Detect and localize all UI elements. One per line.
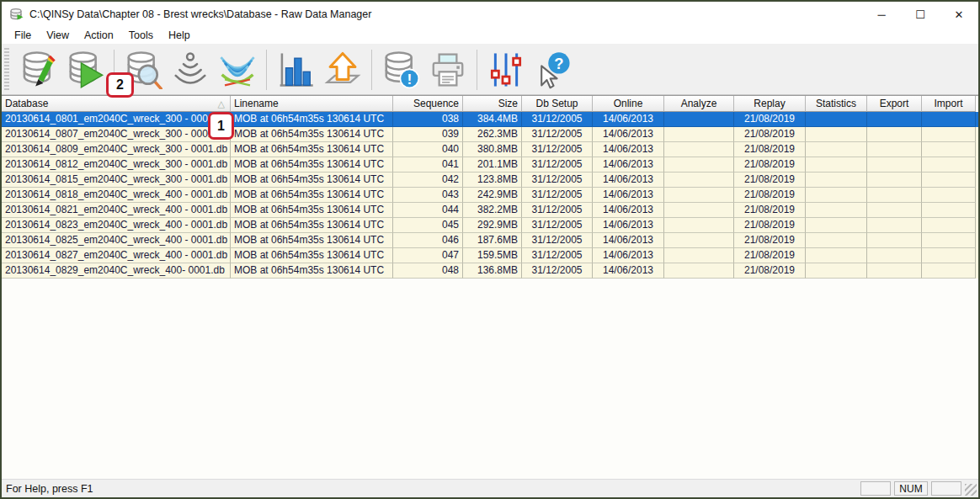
cell-database: 20130614_0809_em2040C_wreck_300 - 0001.d… <box>2 142 231 157</box>
cell-export <box>867 127 922 142</box>
toolbar-grip[interactable] <box>4 48 9 92</box>
callout-step-1: 1 <box>208 112 234 140</box>
cell-import <box>922 173 976 188</box>
cell-sequence: 039 <box>393 127 463 142</box>
cell-statistics <box>806 218 867 233</box>
num-lock-indicator: NUM <box>894 481 928 496</box>
cell-sequence: 045 <box>393 218 463 233</box>
cell-db-setup: 31/12/2005 <box>522 218 593 233</box>
menu-help[interactable]: Help <box>161 28 198 43</box>
menu-file[interactable]: File <box>7 28 39 43</box>
cell-database: 20130614_0818_em2040C_wreck_400 - 0001.d… <box>2 188 231 203</box>
statistics-button[interactable] <box>274 48 317 92</box>
column-header-linename[interactable]: Linename <box>231 96 393 112</box>
edit-database-button[interactable] <box>16 48 60 92</box>
multibeam-swath-button[interactable] <box>216 48 259 92</box>
table-body: 20130614_0801_em2040C_wreck_300 - 0001.d… <box>2 112 978 279</box>
cell-online: 14/06/2013 <box>593 127 664 142</box>
cell-linename: MOB at 06h54m35s 130614 UTC <box>231 173 393 188</box>
bar-chart-icon <box>276 50 315 89</box>
database-table: Database △ Linename Sequence Size Db Set… <box>2 95 978 479</box>
svg-text:!: ! <box>407 70 412 87</box>
table-row[interactable]: 20130614_0825_em2040C_wreck_400 - 0001.d… <box>2 233 978 248</box>
column-header-export[interactable]: Export <box>867 96 922 112</box>
cell-online: 14/06/2013 <box>593 142 664 157</box>
cell-import <box>922 233 976 248</box>
cell-analyze <box>664 142 734 157</box>
cell-export <box>867 263 922 279</box>
replay-database-button[interactable] <box>63 48 107 92</box>
resize-grip[interactable] <box>965 484 977 496</box>
cell-database: 20130614_0821_em2040C_wreck_400 - 0001.d… <box>2 203 231 218</box>
cell-linename: MOB at 06h54m35s 130614 UTC <box>231 203 393 218</box>
cell-analyze <box>664 112 734 127</box>
table-row[interactable]: 20130614_0807_em2040C_wreck_300 - 0001.d… <box>2 127 978 142</box>
cell-export <box>867 173 922 188</box>
table-row[interactable]: 20130614_0823_em2040C_wreck_400 - 0001.d… <box>2 218 978 233</box>
table-row[interactable]: 20130614_0809_em2040C_wreck_300 - 0001.d… <box>2 142 978 157</box>
table-row[interactable]: 20130614_0821_em2040C_wreck_400 - 0001.d… <box>2 203 978 218</box>
cell-analyze <box>664 248 734 263</box>
column-header-import[interactable]: Import <box>922 96 976 112</box>
cell-database: 20130614_0829_em2040C_wreck_400- 0001.db <box>2 263 231 279</box>
column-header-size[interactable]: Size <box>463 96 522 112</box>
cell-linename: MOB at 06h54m35s 130614 UTC <box>231 248 393 263</box>
cell-analyze <box>664 233 734 248</box>
database-alert-icon: ! <box>381 50 420 89</box>
cell-statistics <box>806 112 867 127</box>
menu-action[interactable]: Action <box>77 28 121 43</box>
close-button[interactable]: ✕ <box>940 2 978 27</box>
table-row[interactable]: 20130614_0827_em2040C_wreck_400 - 0001.d… <box>2 248 978 263</box>
export-button[interactable] <box>321 48 365 92</box>
toolbar-separator <box>477 50 477 90</box>
preferences-button[interactable] <box>484 48 528 92</box>
cell-size: 380.8MB <box>463 142 522 157</box>
cell-online: 14/06/2013 <box>593 173 664 188</box>
print-button[interactable] <box>426 48 470 92</box>
menu-view[interactable]: View <box>39 28 77 43</box>
database-status-button[interactable]: ! <box>379 48 423 92</box>
column-header-online[interactable]: Online <box>593 96 664 112</box>
table-row[interactable]: 20130614_0815_em2040C_wreck_300 - 0001.d… <box>2 173 978 188</box>
maximize-button[interactable]: ☐ <box>901 2 940 27</box>
database-pencil-icon <box>19 50 57 89</box>
column-header-statistics[interactable]: Statistics <box>806 96 867 112</box>
column-header-analyze[interactable]: Analyze <box>664 96 734 112</box>
cell-online: 14/06/2013 <box>593 218 664 233</box>
cell-online: 14/06/2013 <box>593 203 664 218</box>
table-row[interactable]: 20130614_0818_em2040C_wreck_400 - 0001.d… <box>2 188 978 203</box>
cell-statistics <box>806 203 867 218</box>
cell-sequence: 047 <box>393 248 463 263</box>
cell-import <box>922 248 976 263</box>
column-header-sequence[interactable]: Sequence <box>393 96 463 112</box>
cell-export <box>867 142 922 157</box>
table-row[interactable]: 20130614_0812_em2040C_wreck_300 - 0001.d… <box>2 157 978 173</box>
cell-import <box>922 142 976 157</box>
cell-online: 14/06/2013 <box>593 263 664 279</box>
toolbar-separator <box>371 50 372 90</box>
table-row[interactable]: 20130614_0829_em2040C_wreck_400- 0001.db… <box>2 263 978 279</box>
cell-database: 20130614_0812_em2040C_wreck_300 - 0001.d… <box>2 157 231 173</box>
column-header-database[interactable]: Database △ <box>2 96 231 112</box>
table-row[interactable]: 20130614_0801_em2040C_wreck_300 - 0001.d… <box>2 112 978 127</box>
cell-import <box>922 112 976 127</box>
window-title: C:\QINSy Data\Chapter 08 - Brest wrecks\… <box>29 8 371 20</box>
callout-step-2: 2 <box>106 72 134 98</box>
cell-size: 262.3MB <box>463 127 522 142</box>
cell-analyze <box>664 218 734 233</box>
cell-linename: MOB at 06h54m35s 130614 UTC <box>231 188 393 203</box>
cell-size: 242.9MB <box>463 188 522 203</box>
cell-linename: MOB at 06h54m35s 130614 UTC <box>231 157 393 173</box>
help-button[interactable]: ? <box>531 48 575 92</box>
cell-import <box>922 218 976 233</box>
cell-export <box>867 112 922 127</box>
cell-replay: 21/08/2019 <box>734 218 806 233</box>
echosounder-button[interactable] <box>168 48 212 92</box>
column-header-replay[interactable]: Replay <box>734 96 806 112</box>
column-header-db-setup[interactable]: Db Setup <box>522 96 593 112</box>
menu-tools[interactable]: Tools <box>121 28 161 43</box>
cell-analyze <box>664 127 734 142</box>
status-pane-empty-1 <box>860 481 891 496</box>
cell-sequence: 041 <box>393 157 463 173</box>
minimize-button[interactable]: ─ <box>862 2 901 27</box>
